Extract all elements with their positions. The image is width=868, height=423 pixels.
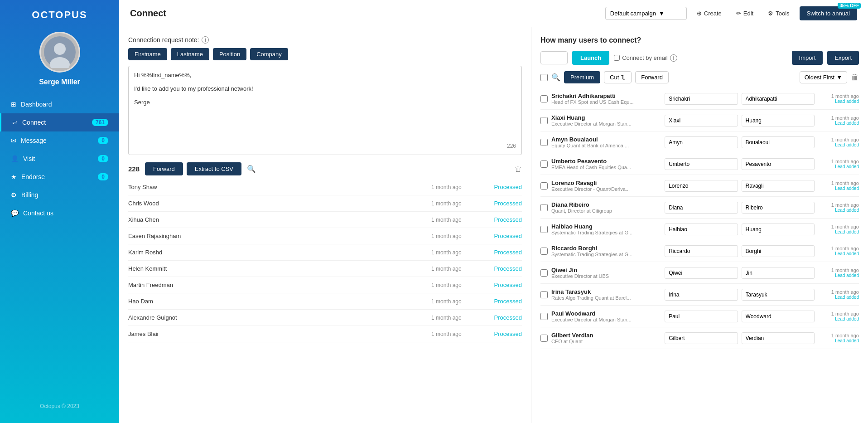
lead-checkbox[interactable] (540, 139, 548, 146)
list-row[interactable]: Xihua Chen 1 month ago Processed (128, 212, 522, 228)
lead-first-input[interactable] (665, 202, 738, 214)
lead-first-input[interactable] (665, 224, 738, 235)
lead-first-input[interactable] (665, 158, 738, 170)
edit-button[interactable]: ✏ Edit (732, 7, 758, 19)
lead-checkbox[interactable] (540, 117, 548, 124)
lead-last-name-field[interactable] (742, 245, 815, 257)
company-tag-button[interactable]: Company (250, 48, 288, 60)
lead-last-input[interactable] (742, 311, 815, 322)
list-row[interactable]: Tony Shaw 1 month ago Processed (128, 179, 522, 195)
lead-first-input[interactable] (665, 115, 738, 126)
lead-first-name-field[interactable] (665, 93, 738, 105)
lead-checkbox[interactable] (540, 182, 548, 190)
lead-first-input[interactable] (665, 267, 738, 279)
lead-last-input[interactable] (742, 289, 815, 301)
lead-first-name-field[interactable] (665, 332, 738, 344)
lead-checkbox[interactable] (540, 269, 548, 277)
lead-last-input[interactable] (742, 115, 815, 126)
search-filter-button[interactable]: 🔍 (551, 73, 560, 82)
lead-checkbox[interactable] (540, 204, 548, 211)
firstname-tag-button[interactable]: Firstname (128, 48, 167, 60)
lead-checkbox[interactable] (540, 291, 548, 298)
sidebar-item-endorse[interactable]: ★ Endorse 0 (0, 168, 119, 186)
sort-dropdown[interactable]: Oldest First ▼ (800, 71, 847, 83)
lead-last-input[interactable] (742, 224, 815, 235)
list-row[interactable]: Hao Dam 1 month ago Processed (128, 293, 522, 310)
sidebar-item-message[interactable]: ✉ Message 0 (0, 131, 119, 150)
lead-first-input[interactable] (665, 332, 738, 344)
lead-last-name-field[interactable] (742, 202, 815, 214)
lead-last-name-field[interactable] (742, 93, 815, 105)
lead-first-input[interactable] (665, 136, 738, 148)
list-delete-button[interactable]: 🗑 (515, 165, 522, 173)
list-row[interactable]: Easen Rajasingham 1 month ago Processed (128, 228, 522, 244)
lead-first-name-field[interactable] (665, 311, 738, 322)
list-row[interactable]: Karim Roshd 1 month ago Processed (128, 244, 522, 261)
sidebar-item-billing[interactable]: ⚙ Billing (0, 186, 119, 204)
lead-last-input[interactable] (742, 93, 815, 105)
select-all-checkbox[interactable] (540, 74, 548, 81)
lastname-tag-button[interactable]: Lastname (171, 48, 209, 60)
sidebar-item-contact[interactable]: 💬 Contact us (0, 204, 119, 222)
tools-button[interactable]: ⚙ Tools (763, 7, 794, 19)
lead-checkbox[interactable] (540, 226, 548, 233)
message-textarea[interactable] (134, 72, 516, 140)
quantity-input[interactable] (540, 51, 568, 64)
list-search-button[interactable]: 🔍 (245, 163, 258, 175)
sidebar-item-connect[interactable]: ⇌ Connect 761 (0, 113, 119, 131)
lead-last-input[interactable] (742, 245, 815, 257)
cut-filter-button[interactable]: Cut ⇅ (604, 71, 632, 83)
lead-first-input[interactable] (665, 311, 738, 322)
lead-last-name-field[interactable] (742, 289, 815, 301)
export-button[interactable]: Export (827, 51, 859, 65)
sidebar-item-dashboard[interactable]: ⊞ Dashboard (0, 95, 119, 113)
position-tag-button[interactable]: Position (213, 48, 246, 60)
lead-last-name-field[interactable] (742, 332, 815, 344)
lead-first-name-field[interactable] (665, 115, 738, 126)
lead-checkbox[interactable] (540, 160, 548, 168)
lead-first-name-field[interactable] (665, 180, 738, 192)
lead-last-input[interactable] (742, 267, 815, 279)
lead-checkbox[interactable] (540, 313, 548, 320)
premium-filter-button[interactable]: Premium (564, 71, 600, 83)
lead-checkbox[interactable] (540, 248, 548, 255)
list-row[interactable]: Chris Wood 1 month ago Processed (128, 195, 522, 212)
list-row[interactable]: James Blair 1 month ago Processed (128, 326, 522, 342)
import-button[interactable]: Import (792, 51, 823, 65)
lead-last-input[interactable] (742, 332, 815, 344)
list-row[interactable]: Alexandre Guignot 1 month ago Processed (128, 310, 522, 326)
lead-last-name-field[interactable] (742, 311, 815, 322)
forward-button[interactable]: Forward (145, 162, 183, 175)
lead-last-name-field[interactable] (742, 158, 815, 170)
lead-first-name-field[interactable] (665, 224, 738, 235)
lead-first-input[interactable] (665, 180, 738, 192)
email-checkbox-input[interactable] (614, 55, 620, 61)
lead-last-name-field[interactable] (742, 115, 815, 126)
lead-first-name-field[interactable] (665, 202, 738, 214)
lead-first-name-field[interactable] (665, 289, 738, 301)
create-button[interactable]: ⊕ Create (692, 7, 726, 19)
lead-last-input[interactable] (742, 136, 815, 148)
list-row[interactable]: Helen Kemmitt 1 month ago Processed (128, 261, 522, 277)
forward-filter-button[interactable]: Forward (635, 71, 669, 83)
lead-first-name-field[interactable] (665, 158, 738, 170)
lead-last-name-field[interactable] (742, 267, 815, 279)
lead-last-name-field[interactable] (742, 224, 815, 235)
lead-last-name-field[interactable] (742, 136, 815, 148)
lead-last-input[interactable] (742, 158, 815, 170)
launch-button[interactable]: Launch (572, 51, 609, 65)
campaign-dropdown[interactable]: Default campaign ▼ (605, 7, 687, 20)
extract-csv-button[interactable]: Extract to CSV (187, 162, 241, 175)
sidebar-item-visit[interactable]: 👤 Visit 0 (0, 150, 119, 168)
lead-first-input[interactable] (665, 289, 738, 301)
lead-checkbox[interactable] (540, 95, 548, 102)
lead-last-input[interactable] (742, 202, 815, 214)
lead-first-input[interactable] (665, 93, 738, 105)
leads-delete-button[interactable]: 🗑 (851, 73, 859, 82)
list-row[interactable]: Martin Freedman 1 month ago Processed (128, 277, 522, 293)
lead-first-input[interactable] (665, 245, 738, 257)
lead-first-name-field[interactable] (665, 267, 738, 279)
lead-first-name-field[interactable] (665, 136, 738, 148)
switch-annual-button[interactable]: 35% OFF Switch to annual (800, 6, 857, 20)
lead-first-name-field[interactable] (665, 245, 738, 257)
